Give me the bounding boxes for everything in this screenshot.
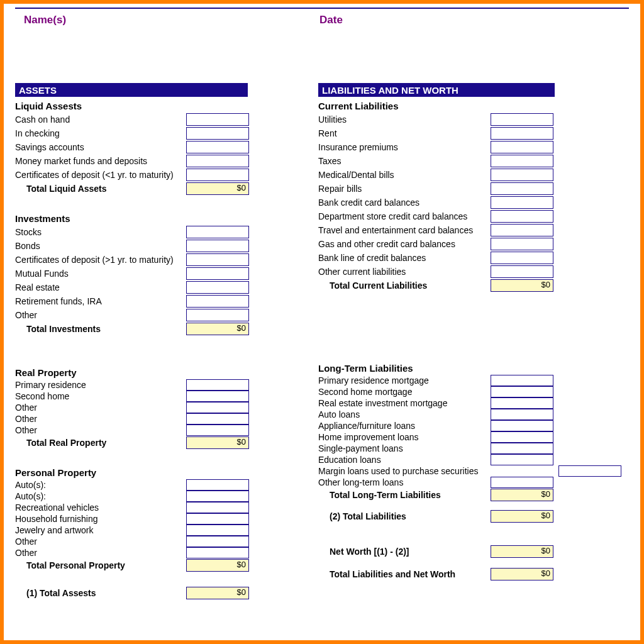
amount-cell[interactable]: [186, 402, 249, 413]
line-label: Certificates of deposit (>1 yr. to matur…: [15, 255, 186, 265]
amount-cell[interactable]: [491, 431, 553, 443]
amount-cell[interactable]: [186, 240, 249, 252]
current-liabilities-heading: Current Liabilities: [318, 101, 621, 111]
amount-cell[interactable]: [186, 295, 249, 308]
line-label: Other current liabilities: [318, 267, 491, 277]
amount-cell[interactable]: [491, 420, 553, 431]
amount-cell[interactable]: [186, 413, 249, 425]
line-label: Taxes: [318, 156, 491, 166]
line-label: Second home mortgage: [318, 387, 491, 397]
amount-cell[interactable]: [491, 238, 553, 250]
amount-cell[interactable]: [186, 536, 249, 547]
amount-cell[interactable]: [491, 386, 553, 397]
total-liabilities-cell: $0: [491, 510, 553, 523]
amount-cell[interactable]: [491, 169, 553, 181]
amount-cell[interactable]: [491, 443, 553, 454]
header-row: Name(s) Date: [15, 14, 629, 26]
amount-cell[interactable]: [491, 141, 553, 153]
line-label: Auto(s):: [15, 480, 186, 490]
amount-cell[interactable]: [186, 309, 249, 321]
line-label: Bank credit card balances: [318, 197, 491, 208]
line-label: Medical/Dental bills: [318, 170, 491, 180]
amount-cell[interactable]: [491, 477, 553, 488]
line-label: Bonds: [15, 241, 186, 251]
line-label: Second home: [15, 391, 186, 401]
amount-cell[interactable]: [186, 155, 249, 167]
amount-cell[interactable]: [491, 127, 553, 140]
amount-cell[interactable]: [186, 113, 249, 126]
line-label: Auto loans: [318, 409, 491, 419]
top-rule: [15, 8, 629, 9]
amount-cell[interactable]: [186, 267, 249, 280]
assets-column: ASSETS Liquid Assests Cash on hand In ch…: [15, 83, 318, 600]
line-label: Retirement funds, IRA: [15, 296, 186, 306]
line-label: Margin loans used to purchase securities: [318, 466, 558, 476]
line-label: In checking: [15, 128, 186, 138]
line-label: Primary residence: [15, 380, 186, 390]
total-liabilities-label: (2) Total Liabilities: [318, 511, 491, 521]
total-assets-cell: $0: [186, 587, 249, 599]
personal-property-heading: Personal Property: [15, 467, 318, 478]
total-liquid-label: Total Liquid Assets: [15, 184, 186, 194]
amount-cell[interactable]: [186, 127, 249, 140]
total-liab-networth-cell: $0: [491, 568, 553, 580]
amount-cell[interactable]: [186, 502, 249, 513]
amount-cell[interactable]: [491, 265, 553, 278]
total-investments-label: Total Investments: [15, 324, 186, 334]
amount-cell[interactable]: [186, 391, 249, 402]
amount-cell[interactable]: [491, 196, 553, 209]
line-label: Other: [15, 310, 186, 320]
amount-cell[interactable]: [491, 375, 553, 386]
line-label: Education loans: [318, 455, 491, 465]
line-label: Mutual Funds: [15, 269, 186, 279]
amount-cell[interactable]: [491, 155, 553, 167]
amount-cell[interactable]: [558, 465, 621, 477]
amount-cell[interactable]: [491, 210, 553, 223]
long-term-liabilities-heading: Long-Term Liabilities: [318, 363, 621, 374]
amount-cell[interactable]: [186, 379, 249, 391]
line-label: Other long-term loans: [318, 477, 491, 487]
amount-cell[interactable]: [491, 454, 553, 465]
amount-cell[interactable]: [186, 425, 249, 436]
line-label: Recreational vehicles: [15, 502, 186, 513]
amount-cell[interactable]: [186, 169, 249, 181]
liabilities-column: LIABILITIES AND NET WORTH Current Liabil…: [318, 83, 621, 600]
line-label: Bank line of credit balances: [318, 253, 491, 263]
line-label: Other: [15, 536, 186, 547]
page-frame: Name(s) Date ASSETS Liquid Assests Cash …: [0, 0, 644, 644]
line-label: Money market funds and deposits: [15, 156, 186, 166]
investments-heading: Investments: [15, 213, 318, 224]
line-label: Other: [15, 414, 186, 424]
line-label: Stocks: [15, 227, 186, 237]
amount-cell[interactable]: [186, 479, 249, 491]
line-label: Real estate investment mortgage: [318, 398, 491, 408]
date-label: Date: [311, 14, 629, 26]
total-current-liabilities-cell: $0: [491, 279, 553, 292]
line-label: Home improvement loans: [318, 432, 491, 442]
total-long-term-label: Total Long-Term Liabilities: [318, 490, 491, 500]
amount-cell[interactable]: [491, 182, 553, 195]
amount-cell[interactable]: [186, 525, 249, 536]
amount-cell[interactable]: [491, 252, 553, 264]
amount-cell[interactable]: [186, 141, 249, 153]
amount-cell[interactable]: [491, 409, 553, 420]
names-label: Name(s): [15, 14, 311, 26]
total-liquid-cell: $0: [186, 182, 249, 195]
amount-cell[interactable]: [491, 113, 553, 126]
amount-cell[interactable]: [491, 224, 553, 236]
line-label: Cash on hand: [15, 114, 186, 125]
net-worth-cell: $0: [491, 545, 553, 558]
amount-cell[interactable]: [186, 491, 249, 502]
amount-cell[interactable]: [186, 547, 249, 558]
line-label: Household furnishing: [15, 514, 186, 524]
amount-cell[interactable]: [186, 226, 249, 238]
total-personal-property-cell: $0: [186, 559, 249, 572]
total-real-property-label: Total Real Property: [15, 438, 186, 448]
line-label: Insurance premiums: [318, 142, 491, 152]
amount-cell[interactable]: [186, 253, 249, 266]
amount-cell[interactable]: [491, 397, 553, 409]
line-label: Utilities: [318, 114, 491, 125]
amount-cell[interactable]: [186, 513, 249, 525]
line-label: Real estate: [15, 282, 186, 292]
amount-cell[interactable]: [186, 281, 249, 294]
